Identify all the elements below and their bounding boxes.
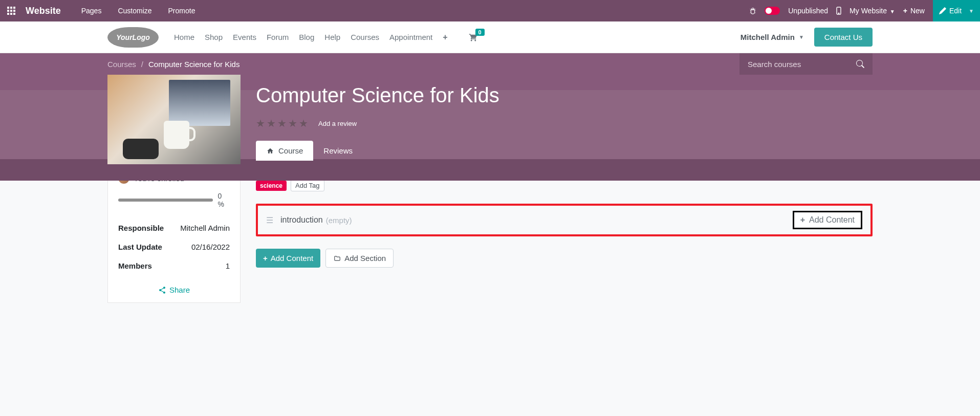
breadcrumb-current: Computer Science for Kids	[148, 60, 239, 69]
nav-link-blog[interactable]: Blog	[299, 33, 314, 41]
add-tag-button[interactable]: Add Tag	[291, 180, 324, 191]
apps-grid-icon[interactable]	[7, 7, 15, 15]
section-title[interactable]: introduction	[280, 215, 323, 225]
responsible-label: Responsible	[118, 224, 164, 232]
course-title: Computer Science for Kids	[256, 84, 873, 107]
last-update-label: Last Update	[118, 243, 162, 251]
svg-point-1	[838, 13, 839, 14]
course-hero: Courses / Computer Science for Kids Comp…	[0, 53, 980, 164]
admin-link-customize[interactable]: Customize	[113, 7, 157, 15]
add-content-inline-button[interactable]: + Add Content	[793, 211, 862, 229]
admin-link-promote[interactable]: Promote	[163, 7, 201, 15]
add-review-link[interactable]: Add a review	[318, 120, 357, 127]
new-button[interactable]: + New	[903, 7, 925, 15]
site-navbar: YourLogo Home Shop Events Forum Blog Hel…	[0, 21, 980, 53]
bug-icon[interactable]	[749, 7, 756, 14]
drag-handle-icon[interactable]: ☰	[266, 215, 273, 225]
nav-link-help[interactable]: Help	[324, 33, 340, 41]
nav-link-events[interactable]: Events	[233, 33, 256, 41]
responsible-value: Mitchell Admin	[180, 224, 230, 232]
add-content-button[interactable]: + Add Content	[256, 249, 320, 268]
nav-link-home[interactable]: Home	[174, 33, 194, 41]
nav-link-appointment[interactable]: Appointment	[389, 33, 432, 41]
progress-percent: 0 %	[218, 192, 230, 208]
website-selector[interactable]: My Website ▼	[850, 7, 895, 15]
admin-link-pages[interactable]: Pages	[76, 7, 107, 15]
site-logo[interactable]: YourLogo	[107, 27, 159, 48]
search-icon[interactable]	[856, 60, 864, 68]
section-row-highlighted: ☰ introduction (empty) + Add Content	[256, 204, 873, 236]
publish-status-label: Unpublished	[788, 7, 828, 15]
user-menu[interactable]: Mitchell Admin ▼	[741, 33, 804, 41]
course-sidebar: You're enrolled ✓ 0 % Responsible Mitche…	[107, 164, 241, 303]
progress-bar	[118, 199, 213, 202]
tab-reviews[interactable]: Reviews	[313, 141, 363, 161]
course-search[interactable]	[739, 53, 873, 75]
publish-toggle[interactable]	[765, 7, 780, 15]
tab-course[interactable]: Course	[256, 141, 313, 161]
last-update-value: 02/16/2022	[191, 243, 230, 251]
section-empty-label: (empty)	[326, 216, 352, 225]
nav-add-menu-icon[interactable]: +	[443, 33, 447, 42]
add-section-button[interactable]: Add Section	[325, 249, 394, 268]
nav-link-forum[interactable]: Forum	[267, 33, 289, 41]
share-button[interactable]: Share	[118, 286, 230, 294]
nav-link-shop[interactable]: Shop	[205, 33, 223, 41]
rating-stars[interactable]: ★★★★★	[256, 117, 308, 129]
mobile-preview-icon[interactable]	[836, 7, 841, 15]
course-image	[107, 75, 241, 164]
course-tag[interactable]: science	[256, 181, 287, 191]
breadcrumb-parent[interactable]: Courses	[107, 60, 136, 69]
contact-us-button[interactable]: Contact Us	[814, 28, 873, 47]
cart-badge: 0	[475, 29, 485, 36]
breadcrumb: Courses / Computer Science for Kids	[107, 60, 239, 69]
edit-button[interactable]: Edit ▼	[933, 0, 980, 21]
course-content-area: science Add Tag ☰ introduction (empty) +…	[256, 164, 873, 303]
members-label: Members	[118, 261, 152, 270]
search-input[interactable]	[748, 60, 850, 69]
admin-top-bar: Website Pages Customize Promote Unpublis…	[0, 0, 980, 21]
nav-link-courses[interactable]: Courses	[351, 33, 379, 41]
cart-button[interactable]: 0	[468, 33, 478, 42]
members-value: 1	[226, 261, 230, 270]
app-name[interactable]: Website	[26, 6, 61, 16]
